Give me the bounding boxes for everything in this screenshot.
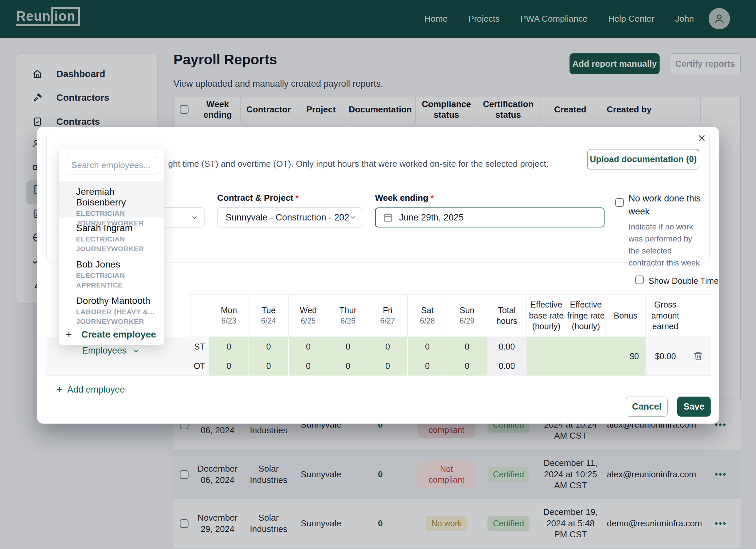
st-label: ST bbox=[190, 337, 209, 356]
st-hours-input[interactable]: 0 bbox=[249, 337, 289, 356]
plus-icon: + bbox=[66, 329, 72, 340]
employee-role: LABORER (HEAVY &... bbox=[76, 308, 164, 316]
st-hours-input[interactable]: 0 bbox=[209, 337, 249, 356]
ot-hours-input[interactable]: 0 bbox=[328, 356, 368, 376]
no-work-help-text: Indicate if no work was performed by the… bbox=[629, 221, 703, 269]
st-hours-input[interactable]: 0 bbox=[328, 337, 368, 356]
employee-option[interactable]: Bob Jones ELECTRICIAN APPRENTICE bbox=[59, 254, 164, 290]
required-asterisk: * bbox=[295, 193, 299, 203]
instruction-text: ght time (ST) and overtime (OT). Only in… bbox=[168, 159, 548, 169]
ot-hours-input[interactable]: 0 bbox=[249, 356, 289, 376]
plus-icon: + bbox=[56, 384, 63, 395]
hours-grid: Mon6/23 Tue6/24 Wed6/25 Thur6/26 Fri6/27… bbox=[190, 294, 711, 376]
chevron-down-icon bbox=[191, 213, 199, 221]
day-header: Fri6/27 bbox=[368, 294, 408, 337]
st-hours-input[interactable]: 0 bbox=[368, 337, 408, 356]
cancel-button[interactable]: Cancel bbox=[626, 397, 668, 417]
employee-option[interactable]: Jeremiah Boisenberry ELECTRICIAN JOURNEY… bbox=[59, 181, 164, 217]
employee-name: Dorothy Mantooth bbox=[76, 296, 164, 306]
create-employee-label: Create employee bbox=[81, 329, 156, 340]
day-header: Thur6/26 bbox=[328, 294, 368, 337]
day-header: Mon6/23 bbox=[209, 294, 249, 337]
upload-documentation-button[interactable]: Upload documentation (0) bbox=[587, 149, 699, 169]
employee-role: ELECTRICIAN bbox=[76, 209, 164, 217]
employee-role: APPRENTICE bbox=[76, 281, 164, 289]
bonus-value: $0 bbox=[606, 337, 646, 376]
label-text: Contract & Project bbox=[217, 193, 293, 203]
chevron-down-icon bbox=[132, 347, 140, 355]
ot-hours-input[interactable]: 0 bbox=[289, 356, 328, 376]
employee-name: Sarah Ingram bbox=[76, 223, 164, 233]
trash-icon bbox=[693, 351, 704, 362]
gross-amount-header: Gross amount earned bbox=[646, 299, 685, 332]
total-hours-header: Total hours bbox=[487, 305, 526, 327]
employee-role: ELECTRICIAN bbox=[76, 235, 164, 243]
st-total: 0.00 bbox=[487, 337, 527, 356]
st-hours-input[interactable]: 0 bbox=[408, 337, 447, 356]
no-work-checkbox[interactable] bbox=[615, 198, 624, 207]
contract-project-select[interactable]: Sunnyvale - Construction - 2024 /.. bbox=[217, 207, 363, 227]
fringe-rate-header: Effective fringe rate (hourly) bbox=[566, 299, 606, 332]
day-header: Wed6/25 bbox=[289, 294, 328, 337]
ot-hours-input[interactable]: 0 bbox=[408, 356, 447, 376]
employees-select[interactable]: Employees bbox=[82, 346, 140, 356]
show-double-time-checkbox[interactable] bbox=[635, 276, 644, 284]
employee-name: Jeremiah Boisenberry bbox=[76, 186, 164, 208]
app: Reunion Home Projects PWA Compliance Hel… bbox=[0, 0, 756, 549]
no-work-label: No work done this week bbox=[629, 192, 702, 218]
ot-hours-input[interactable]: 0 bbox=[368, 356, 408, 376]
bonus-header: Bonus bbox=[614, 310, 638, 321]
employee-role: JOURNEYWORKER bbox=[76, 245, 164, 253]
week-ending-label: Week ending* bbox=[375, 193, 434, 203]
employee-role: ELECTRICIAN bbox=[76, 271, 164, 280]
required-asterisk: * bbox=[430, 193, 434, 203]
gross-amount-value: $0.00 bbox=[646, 337, 685, 376]
ot-label: OT bbox=[190, 356, 209, 376]
contract-project-label: Contract & Project* bbox=[217, 193, 299, 203]
st-hours-input[interactable]: 0 bbox=[447, 337, 487, 356]
show-double-time-label: Show Double Time bbox=[649, 276, 719, 286]
ot-hours-input[interactable]: 0 bbox=[447, 356, 487, 376]
employee-option[interactable]: Sarah Ingram ELECTRICIAN JOURNEYWORKER bbox=[59, 217, 164, 254]
create-employee-button[interactable]: + Create employee bbox=[66, 329, 156, 340]
employee-option[interactable]: Dorothy Mantooth LABORER (HEAVY &... JOU… bbox=[59, 290, 164, 327]
search-input[interactable] bbox=[66, 156, 158, 174]
add-employee-button[interactable]: + Add employee bbox=[56, 384, 125, 395]
contract-project-value: Sunnyvale - Construction - 2024 /.. bbox=[226, 212, 349, 223]
employee-role: JOURNEYWORKER bbox=[76, 318, 164, 326]
employee-search-dropdown: Jeremiah Boisenberry ELECTRICIAN JOURNEY… bbox=[58, 149, 164, 345]
employees-select-label: Employees bbox=[82, 346, 127, 356]
hours-grid-header: Mon6/23 Tue6/24 Wed6/25 Thur6/26 Fri6/27… bbox=[190, 294, 711, 337]
chevron-down-icon bbox=[349, 214, 357, 221]
week-ending-value: June 29th, 2025 bbox=[399, 212, 464, 223]
calendar-icon bbox=[383, 212, 393, 222]
delete-row-button[interactable] bbox=[685, 337, 711, 376]
week-ending-datepicker[interactable]: June 29th, 2025 bbox=[375, 207, 605, 227]
st-hours-input[interactable]: 0 bbox=[289, 337, 328, 356]
add-employee-label: Add employee bbox=[67, 385, 125, 395]
save-button[interactable]: Save bbox=[677, 397, 711, 417]
label-text: Week ending bbox=[375, 193, 428, 203]
day-header: Sun6/29 bbox=[447, 294, 487, 337]
base-rate-header: Effective base rate (hourly) bbox=[527, 299, 566, 332]
day-header: Tue6/24 bbox=[249, 294, 289, 337]
day-header: Sat6/28 bbox=[408, 294, 447, 337]
ot-total: 0.00 bbox=[487, 356, 527, 376]
ot-hours-input[interactable]: 0 bbox=[209, 356, 249, 376]
employee-name: Bob Jones bbox=[76, 259, 164, 270]
